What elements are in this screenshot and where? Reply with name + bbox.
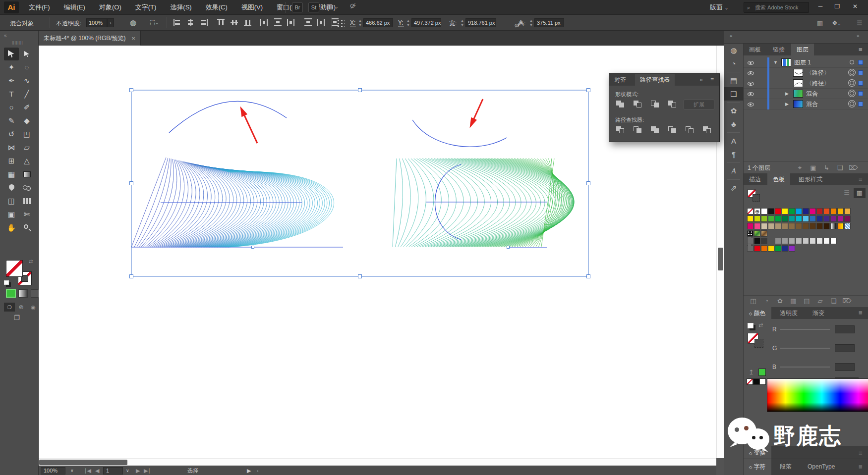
blend-anchor-handle[interactable] — [252, 246, 254, 249]
zoom-level-field[interactable]: 100% — [41, 467, 65, 475]
draw-normal-button[interactable]: ❍ — [4, 303, 15, 312]
swatch-#e60012[interactable] — [775, 208, 781, 214]
tool-scale[interactable]: ◳ — [19, 128, 34, 141]
swatch-pat-blue[interactable] — [844, 223, 851, 229]
swatch-#edad3c[interactable] — [844, 208, 851, 214]
selection-handle[interactable] — [130, 89, 133, 92]
swatch-folder[interactable] — [747, 238, 753, 244]
swatch-#e6e6e6[interactable] — [816, 238, 823, 244]
opacity-label[interactable]: 不透明度: — [56, 19, 81, 28]
dock-icon-align[interactable]: ▤ — [724, 74, 744, 87]
layer-name[interactable]: 混合 — [806, 99, 818, 109]
tab-gradient[interactable]: 渐变 — [807, 307, 830, 319]
distribute-hcenter-icon[interactable] — [260, 19, 269, 26]
mini-black-swatch[interactable] — [753, 378, 759, 385]
tab-links[interactable]: 链接 — [767, 44, 790, 55]
selection-indicator[interactable] — [858, 81, 863, 86]
swatch-#44270c[interactable] — [816, 223, 823, 229]
swatch-#664724[interactable] — [803, 223, 809, 229]
tool-shaper[interactable]: ✎ — [4, 114, 19, 127]
tool-selection[interactable] — [4, 48, 19, 60]
fill-swatch[interactable] — [6, 260, 23, 277]
swatch-#432a85[interactable] — [823, 215, 830, 222]
swatch-#8c8c8c[interactable] — [775, 238, 781, 244]
selection-handle[interactable] — [587, 182, 590, 185]
tool-free-transform[interactable]: ▱ — [19, 141, 34, 154]
stock-button[interactable]: St — [308, 2, 319, 12]
tools-drag-handle[interactable]: |||||||| — [12, 41, 23, 44]
layers-new-layer-icon[interactable]: ❏ — [833, 162, 847, 173]
swatch-pat-green[interactable] — [754, 230, 760, 237]
dock-icon-export[interactable]: ⇗ — [724, 181, 744, 195]
shape-modes-exclude[interactable] — [668, 101, 677, 108]
x-field[interactable]: 466.62 px — [363, 18, 393, 27]
pf-modes-merge[interactable] — [651, 126, 660, 134]
artboard-number-field[interactable]: 1 — [103, 467, 123, 475]
selection-handle[interactable] — [587, 275, 590, 278]
tool-magic-wand[interactable]: ✦ — [4, 61, 19, 74]
selection-handle[interactable] — [130, 182, 133, 185]
selection-indicator[interactable] — [858, 91, 863, 96]
tool-eraser[interactable]: ◆ — [19, 114, 34, 127]
swatch-#ef8200[interactable] — [830, 208, 837, 214]
tab-close-icon[interactable]: ✕ — [131, 36, 135, 41]
swatch-pat-brown[interactable] — [761, 230, 767, 237]
default-fill-stroke-icon[interactable] — [4, 280, 9, 285]
height-field[interactable]: 375.11 px — [534, 18, 564, 27]
tab-align[interactable]: 对齐 — [609, 74, 631, 86]
last-color-swatch[interactable] — [758, 369, 766, 376]
search-input[interactable]: ⌕ 搜索 Adobe Stock — [744, 2, 809, 13]
tool-width[interactable]: ⋈ — [4, 141, 19, 154]
swatches-new-swatch-icon[interactable]: ❏ — [827, 296, 840, 307]
layer-name[interactable]: 混合 — [806, 89, 818, 99]
expand-dock-icon[interactable]: « — [730, 33, 733, 39]
channel-r-slider[interactable] — [780, 329, 830, 330]
swatch-#54c2f0[interactable] — [803, 215, 809, 222]
tab-stroke[interactable]: 描边 — [744, 173, 766, 185]
align-hcenter-icon[interactable] — [186, 19, 195, 26]
tool-line-segment[interactable]: ╱ — [19, 88, 34, 101]
docs-grid-icon[interactable]: ▦ — [817, 19, 823, 27]
align-top-icon[interactable] — [217, 18, 225, 27]
layers-new-sublayer-icon[interactable]: ↳ — [820, 162, 833, 173]
swatches-color-themes-icon[interactable]: ◔ — [760, 296, 773, 307]
color-stroke-box[interactable] — [754, 339, 763, 348]
swap-fill-stroke-icon[interactable]: ⇄ — [29, 259, 33, 264]
pf-modes-divide[interactable] — [616, 126, 625, 134]
width-stepper[interactable]: ▲▼ — [460, 18, 464, 27]
swatch-#00a098[interactable] — [789, 215, 795, 222]
tool-type[interactable]: T — [4, 88, 19, 101]
width-field[interactable]: 918.761 px — [465, 18, 496, 27]
tool-column-graph[interactable] — [19, 195, 34, 208]
swatch-#3a3a3a[interactable] — [761, 238, 767, 244]
pf-modes-crop[interactable] — [668, 126, 677, 134]
tool-perspective-grid[interactable]: △ — [19, 155, 34, 167]
swatch-#331b06[interactable] — [823, 223, 830, 229]
artboard-dropdown-icon[interactable]: ∨ — [126, 466, 129, 475]
type-menu-icon[interactable]: ≡ — [859, 463, 863, 471]
swatches-swatch-options-icon[interactable]: ▦ — [787, 296, 800, 307]
tool-lasso[interactable]: ◌ — [19, 61, 34, 74]
selection-handle[interactable] — [358, 275, 362, 278]
swatch-#8dc21f[interactable] — [761, 215, 767, 222]
y-field[interactable]: 497.372 px — [411, 18, 441, 27]
layer-row-图层 1[interactable]: ▼图层 1 — [744, 57, 868, 68]
tool-blend[interactable] — [19, 181, 34, 194]
zoom-dropdown-icon[interactable]: ∨ — [70, 466, 74, 475]
visibility-eye-icon[interactable] — [748, 61, 754, 65]
next-artboard-icon[interactable]: ▶ — [136, 466, 140, 475]
swatch-#aa9572[interactable] — [775, 223, 781, 229]
close-button[interactable]: ✕ — [847, 0, 864, 13]
tab-graphic-styles[interactable]: 图形样式 — [793, 173, 828, 185]
horizontal-scrollbar[interactable] — [39, 458, 716, 466]
layer-row-〈路径〉[interactable]: 〈路径〉 — [744, 78, 868, 89]
tool-paintbrush[interactable]: ✐ — [19, 101, 34, 114]
target-circle-icon[interactable] — [850, 102, 854, 106]
swatches-new-color-group-icon[interactable]: ▱ — [813, 296, 827, 307]
last-artboard-icon[interactable]: ▶∣ — [144, 466, 151, 475]
menu-item-视图[interactable]: 视图(V) — [234, 0, 270, 15]
tool-direct-selection[interactable] — [19, 48, 34, 60]
channel-g-field[interactable] — [835, 344, 855, 352]
swatch-#c8c8c8[interactable] — [803, 238, 809, 244]
swatch-#00b7ce[interactable] — [796, 215, 802, 222]
